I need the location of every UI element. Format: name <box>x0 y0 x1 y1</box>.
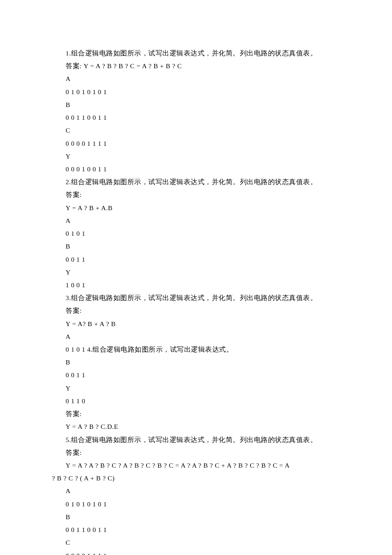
text-line: 答案: <box>0 446 392 459</box>
text-line: A <box>0 330 392 343</box>
text-line: 1.组合逻辑电路如图所示，试写出逻辑表达式，并化简。列出电路的状态真值表。 <box>0 47 392 60</box>
text-line: 0 0 1 1 <box>0 253 392 266</box>
text-line: 0 0 0 0 1 1 1 1 <box>0 549 392 555</box>
text-line: 0 0 1 1 0 0 1 1 <box>0 111 392 124</box>
text-line: Y = A? B + A ? B <box>0 318 392 330</box>
text-line: B <box>0 511 392 523</box>
text-line: A <box>0 214 392 227</box>
text-line: 0 0 0 1 0 0 1 1 <box>0 163 392 176</box>
text-line: B <box>0 240 392 253</box>
text-line: Y <box>0 150 392 163</box>
text-line: Y = A ? A ? B ? C ? A ? B ? C ? B ? C = … <box>0 459 392 472</box>
text-line: 0 0 1 1 0 0 1 1 <box>0 523 392 536</box>
text-line: 5.组合逻辑电路如图所示，试写出逻辑表达式，并化简。列出电路的状态真值表。 <box>0 434 392 446</box>
text-line: Y <box>0 266 392 279</box>
text-line: C <box>0 536 392 549</box>
text-line: B <box>0 356 392 369</box>
text-line: 答案: <box>0 408 392 420</box>
text-line: A <box>0 72 392 85</box>
text-line: Y = A ? B ? C.D.E <box>0 420 392 433</box>
text-line: 0 1 0 1 4.组合逻辑电路如图所示，试写出逻辑表达式。 <box>0 343 392 356</box>
text-line: Y <box>0 382 392 395</box>
text-line: 0 1 0 1 0 1 0 1 <box>0 86 392 98</box>
text-line: 答案: <box>0 188 392 201</box>
text-line: 2.组合逻辑电路如图所示，试写出逻辑表达式，并化简。列出电路的状态真值表。 <box>0 176 392 188</box>
text-line: 0 1 1 0 <box>0 395 392 408</box>
text-line: B <box>0 98 392 111</box>
text-line: 0 1 0 1 <box>0 227 392 240</box>
text-line: 答案: Y = A ? B ? B ? C = A ? B + B ? C <box>0 60 392 72</box>
text-line: 答案: <box>0 304 392 317</box>
text-line: ? B ? C ? ( A + B ? C) <box>0 472 392 485</box>
text-line: 3.组合逻辑电路如图所示，试写出逻辑表达式，并化简。列出电路的状态真值表。 <box>0 292 392 304</box>
text-line: 0 0 1 1 <box>0 369 392 382</box>
text-line: 0 0 0 0 1 1 1 1 <box>0 137 392 150</box>
text-line: 0 1 0 1 0 1 0 1 <box>0 498 392 511</box>
text-line: 1 0 0 1 <box>0 279 392 292</box>
text-line: A <box>0 485 392 497</box>
text-line: C <box>0 124 392 137</box>
document-page: 1.组合逻辑电路如图所示，试写出逻辑表达式，并化简。列出电路的状态真值表。答案:… <box>0 0 392 555</box>
text-line: Y = A ? B + A.B <box>0 202 392 214</box>
